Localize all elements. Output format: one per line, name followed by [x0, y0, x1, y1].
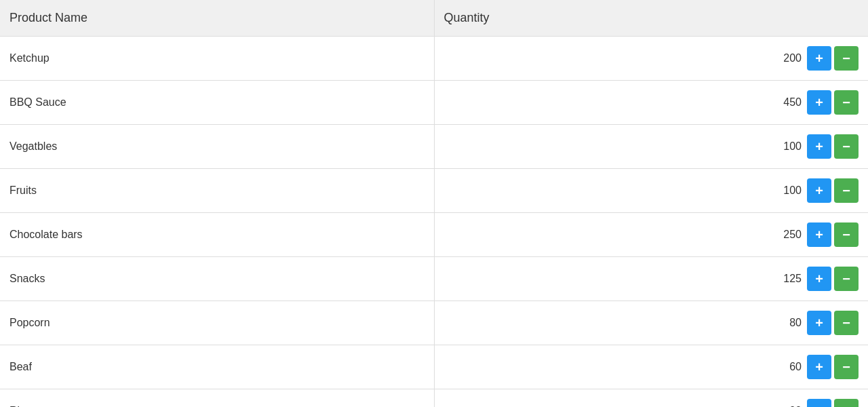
table-row: Beaf60+−: [0, 345, 868, 389]
increment-button[interactable]: +: [807, 178, 831, 203]
quantity-cell: 60+−: [434, 345, 868, 389]
quantity-cell: 100+−: [434, 169, 868, 213]
increment-button[interactable]: +: [807, 90, 831, 115]
decrement-button[interactable]: −: [834, 46, 859, 71]
product-name-cell: BBQ Sauce: [0, 81, 434, 125]
product-name-cell: Snacks: [0, 257, 434, 301]
table-row: Fruits100+−: [0, 169, 868, 213]
quantity-cell: 450+−: [434, 81, 868, 125]
quantity-value: 60: [774, 361, 802, 373]
decrement-button[interactable]: −: [834, 90, 859, 115]
table-row: Vegatbles100+−: [0, 125, 868, 169]
table-header-row: Product Name Quantity: [0, 0, 868, 37]
decrement-button[interactable]: −: [834, 355, 859, 379]
table-row: Snacks125+−: [0, 257, 868, 301]
quantity-value: 450: [774, 96, 802, 109]
decrement-button[interactable]: −: [834, 134, 859, 159]
product-name-cell: Vegatbles: [0, 125, 434, 169]
product-name-cell: Ketchup: [0, 37, 434, 81]
product-name-cell: Beaf: [0, 345, 434, 389]
quantity-value: 80: [774, 317, 802, 329]
table-row: Popcorn80+−: [0, 301, 868, 345]
decrement-button[interactable]: −: [834, 311, 859, 335]
inventory-table: Product Name Quantity Ketchup200+−BBQ Sa…: [0, 0, 868, 407]
increment-button[interactable]: +: [807, 399, 831, 407]
table-row: Ketchup200+−: [0, 37, 868, 81]
decrement-button[interactable]: −: [834, 399, 859, 407]
increment-button[interactable]: +: [807, 46, 831, 71]
quantity-cell: 100+−: [434, 125, 868, 169]
quantity-value: 250: [774, 229, 802, 241]
quantity-cell: 200+−: [434, 37, 868, 81]
decrement-button[interactable]: −: [834, 267, 859, 291]
product-name-cell: Rice: [0, 389, 434, 408]
product-name-cell: Popcorn: [0, 301, 434, 345]
quantity-value: 200: [774, 52, 802, 64]
quantity-cell: 250+−: [434, 213, 868, 257]
table-row: BBQ Sauce450+−: [0, 81, 868, 125]
quantity-cell: 90+−: [434, 389, 868, 408]
quantity-cell: 80+−: [434, 301, 868, 345]
table-row: Rice90+−: [0, 389, 868, 408]
increment-button[interactable]: +: [807, 267, 831, 291]
quantity-value: 125: [774, 273, 802, 285]
increment-button[interactable]: +: [807, 311, 831, 335]
increment-button[interactable]: +: [807, 134, 831, 159]
quantity-value: 100: [774, 140, 802, 153]
increment-button[interactable]: +: [807, 355, 831, 379]
product-name-cell: Fruits: [0, 169, 434, 213]
product-name-header: Product Name: [0, 0, 434, 37]
quantity-value: 100: [774, 185, 802, 197]
increment-button[interactable]: +: [807, 222, 831, 247]
quantity-cell: 125+−: [434, 257, 868, 301]
decrement-button[interactable]: −: [834, 222, 859, 247]
table-row: Chocolate bars250+−: [0, 213, 868, 257]
product-name-cell: Chocolate bars: [0, 213, 434, 257]
quantity-header: Quantity: [434, 0, 868, 37]
decrement-button[interactable]: −: [834, 178, 859, 203]
